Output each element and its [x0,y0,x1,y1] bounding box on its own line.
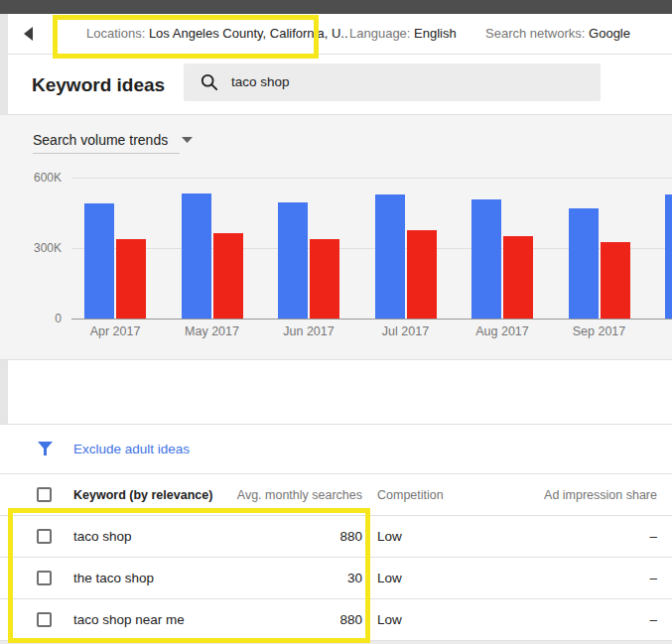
table-row[interactable]: the taco shop 30 Low – [0,558,672,599]
x-axis-baseline [71,319,672,320]
column-header-avg-monthly-searches[interactable]: Avg. monthly searches [208,474,362,516]
avg-searches-cell: 30 [208,558,362,599]
select-all-checkbox[interactable] [37,487,52,502]
x-axis-label: Apr 2017 [66,324,165,338]
table-row[interactable]: taco shop 880 Low – [0,516,672,558]
search-icon [201,73,218,95]
chart-bar-blue-jul-2017 [375,194,405,319]
chart-bar-red-apr-2017 [116,239,146,319]
filter-funnel-icon [38,442,53,459]
keyword-cell: the taco shop [73,558,154,599]
back-arrow-icon[interactable] [24,27,38,41]
competition-cell: Low [377,516,402,558]
chart-bar-blue-sep-2017 [569,208,599,319]
chart-bar-red-jun-2017 [310,239,339,319]
search-networks-value: Google [589,26,630,41]
chart-bar-blue-may-2017 [182,193,211,319]
page-title: Keyword ideas [32,55,165,115]
competition-cell: Low [377,599,402,641]
column-header-ad-impression-share[interactable]: Ad impression share [496,474,657,516]
x-axis-label: Sep 2017 [550,324,649,338]
competition-cell: Low [377,558,402,599]
chart-bar-blue-jun-2017 [278,202,308,319]
keyword-search-input[interactable]: taco shop [184,64,601,101]
column-header-competition[interactable]: Competition [377,474,444,516]
row-checkbox[interactable] [37,571,52,585]
filter-row: Exclude adult ideas [0,425,672,474]
chart-bar-blue-aug-2017 [471,199,501,319]
chart-bar-red-jul-2017 [407,230,437,319]
x-axis-label: Jul 2017 [356,324,456,338]
settings-toolbar: Locations: Los Angeles County, Californi… [8,14,672,55]
locations-value: Los Angeles County, California, U.. [149,26,348,41]
x-axis-label: Jun 2017 [259,324,358,338]
search-networks-label: Search networks: [485,26,585,41]
avg-searches-cell: 880 [208,599,362,641]
header-card: Keyword ideas taco shop [8,55,672,115]
language-label: Language: [349,26,410,41]
row-checkbox[interactable] [37,612,52,627]
chart-bar-red-may-2017 [213,233,243,319]
chart-plot-area: Apr 2017May 2017Jun 2017Jul 2017Aug 2017… [0,115,672,360]
language-value: English [414,26,457,41]
locations-setting[interactable]: Locations: Los Angeles County, Californi… [86,14,348,54]
column-header-keyword[interactable]: Keyword (by relevance) [73,474,212,516]
ad-impression-cell: – [496,516,657,558]
keyword-planner-window: Locations: Los Angeles County, Californi… [0,0,672,644]
table-row[interactable]: taco shop near me 880 Low – [0,599,672,641]
chart-bar-partial-next-month [665,194,672,319]
search-networks-setting[interactable]: Search networks: Google [485,14,630,54]
language-setting[interactable]: Language: English [349,14,457,54]
ad-impression-cell: – [496,558,657,599]
keyword-results-card: Exclude adult ideas Keyword (by relevanc… [0,424,672,644]
locations-label: Locations: [86,26,145,41]
keyword-cell: taco shop near me [73,599,185,641]
avg-searches-cell: 880 [208,516,362,558]
top-window-bar [0,0,672,14]
table-header-row: Keyword (by relevance) Avg. monthly sear… [0,474,672,516]
x-axis-label: May 2017 [163,324,262,338]
chart-bar-blue-apr-2017 [84,203,114,319]
exclude-adult-ideas-link[interactable]: Exclude adult ideas [73,425,190,474]
search-input-value: taco shop [231,64,290,101]
search-volume-trends-card: Search volume trends 600K 300K 0 Apr 201… [0,115,672,360]
ad-impression-cell: – [496,599,657,641]
keyword-cell: taco shop [73,516,132,558]
x-axis-label: Aug 2017 [453,324,552,338]
chart-bar-red-sep-2017 [601,242,630,319]
row-checkbox[interactable] [37,529,52,544]
chart-bar-red-aug-2017 [503,236,533,319]
